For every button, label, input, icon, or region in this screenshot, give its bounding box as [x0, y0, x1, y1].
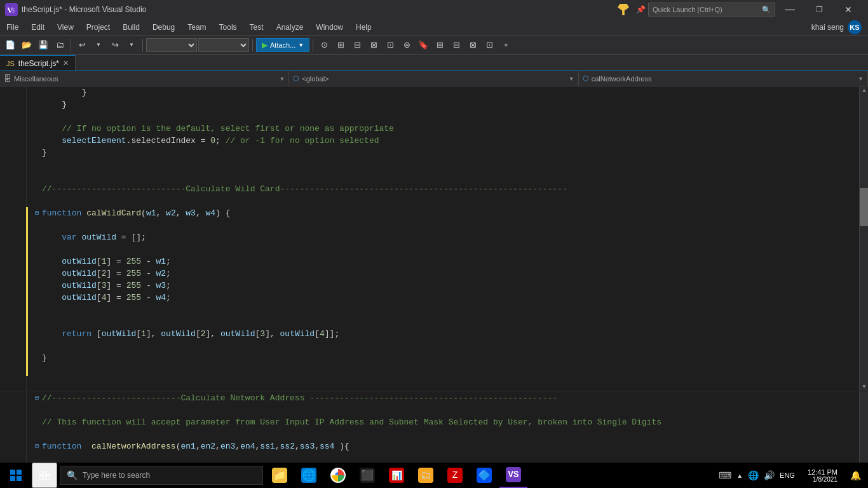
new-file-button[interactable]: 📄 — [3, 37, 18, 53]
tab-script[interactable]: JS theScript.js* ✕ — [0, 55, 76, 71]
debug-toolbar-3[interactable]: ⊟ — [349, 37, 365, 53]
taskbar-app-explorer[interactable]: 📁 — [266, 463, 294, 488]
menu-item-tools[interactable]: Tools — [213, 19, 243, 35]
taskbar-app-red[interactable]: 📊 — [383, 463, 410, 488]
debug-toolbar-10[interactable]: ⊠ — [465, 37, 480, 53]
keyboard-icon[interactable]: ⌨ — [719, 470, 731, 480]
restore-button[interactable]: ❒ — [804, 0, 834, 19]
nav-function[interactable]: ⬡ calNetworkAddress ▼ — [579, 71, 868, 86]
menu-item-window[interactable]: Window — [309, 19, 349, 35]
code-line: ⊟ function calNetworkAddress(en1,en2,en3… — [32, 440, 859, 452]
platform-selector[interactable] — [198, 38, 249, 52]
svg-text:S: S — [11, 7, 15, 14]
windows-logo-icon — [10, 470, 22, 481]
user-profile[interactable]: khai seng KS — [805, 20, 868, 34]
taskbar-apps: 📁 🌐 ⬛ 📊 🗂 — [266, 463, 527, 488]
taskbar-app-vs[interactable]: VS — [499, 463, 527, 488]
taskbar-app-files[interactable]: 🗂 — [412, 463, 440, 488]
redo-dropdown[interactable]: ▼ — [124, 37, 139, 53]
svg-rect-7 — [39, 471, 43, 475]
taskbar-search[interactable]: 🔍 Type here to search — [60, 466, 263, 485]
debug-toolbar-8[interactable]: ⊞ — [432, 37, 447, 53]
chrome-icon — [330, 468, 346, 483]
debug-toolbar-4[interactable]: ⊠ — [366, 37, 381, 53]
taskbar-app-edge[interactable]: 🌐 — [295, 463, 323, 488]
edge-icon: 🌐 — [301, 468, 316, 483]
code-line — [32, 376, 859, 388]
debug-toolbar-11[interactable]: ⊡ — [482, 37, 497, 53]
code-line — [32, 340, 859, 352]
code-line — [32, 316, 859, 328]
undo-dropdown[interactable]: ▼ — [91, 37, 106, 53]
save-button[interactable]: 💾 — [36, 37, 51, 53]
clock[interactable]: 12:41 PM 1/8/2021 — [803, 468, 843, 483]
scroll-up-arrow[interactable]: ▲ — [860, 86, 868, 95]
pin-button[interactable]: 📌 — [633, 2, 648, 17]
tab-close-button[interactable]: ✕ — [63, 59, 69, 67]
menu-item-file[interactable]: File — [0, 19, 25, 35]
debug-toolbar-1[interactable]: ⊙ — [316, 37, 332, 53]
network-icon[interactable]: 🌐 — [748, 470, 759, 480]
code-line: } — [32, 147, 859, 159]
undo-button[interactable]: ↩ — [74, 37, 90, 53]
code-line — [32, 243, 859, 255]
menu-item-test[interactable]: Test — [243, 19, 270, 35]
code-line — [32, 428, 859, 440]
minimize-button[interactable]: — — [775, 0, 804, 19]
taskview-button[interactable] — [32, 463, 57, 488]
menu-item-analyze[interactable]: Analyze — [270, 19, 310, 35]
vertical-scrollbar[interactable]: ▲ ▼ — [859, 86, 868, 391]
explorer-icon: 📁 — [272, 468, 287, 483]
tray-up-icon[interactable]: ▲ — [736, 472, 743, 479]
menu-item-build[interactable]: Build — [116, 19, 146, 35]
volume-icon[interactable]: 🔊 — [764, 470, 775, 480]
vertical-scroll-thumb[interactable] — [860, 188, 868, 226]
title-text: theScript.js* - Microsoft Visual Studio — [22, 5, 618, 14]
debug-toolbar-5[interactable]: ⊡ — [383, 37, 398, 53]
title-bar: V S theScript.js* - Microsoft Visual Stu… — [0, 0, 868, 19]
play-icon: ▶ — [262, 41, 268, 50]
code-lower-content[interactable]: ⊟ //--------------------------Calculate … — [27, 392, 859, 464]
debug-toolbar-7[interactable]: 🔖 — [416, 37, 431, 53]
nav-misc-arrow: ▼ — [279, 76, 285, 82]
taskbar-app-chrome[interactable] — [324, 463, 352, 488]
notification-button[interactable]: 🔔 — [845, 463, 865, 488]
taskbar-app-ftp[interactable]: Z — [441, 463, 469, 488]
toolbar: 📄 📂 💾 🗂 ↩ ▼ ↪ ▼ ▶ Attach... ▼ ⊙ ⊞ ⊟ ⊠ ⊡ … — [0, 36, 868, 55]
taskbar-app-blue[interactable]: 🔷 — [470, 463, 498, 488]
tab-label: theScript.js* — [18, 59, 59, 68]
code-line: ⊟ //--------------------------Calculate … — [32, 392, 859, 404]
start-button[interactable] — [0, 463, 32, 488]
code-line: } — [32, 98, 859, 111]
debug-toolbar-6[interactable]: ⊛ — [399, 37, 414, 53]
redo-button[interactable]: ↪ — [107, 37, 123, 53]
save-all-button[interactable]: 🗂 — [52, 37, 67, 53]
attach-button[interactable]: ▶ Attach... ▼ — [256, 38, 309, 52]
user-name: khai seng — [811, 23, 844, 32]
close-button[interactable]: ✕ — [834, 0, 863, 19]
nav-miscellaneous[interactable]: 🗄 Miscellaneous ▼ — [0, 71, 289, 86]
code-line: selectElement.selectedIndex = 0; // or -… — [32, 135, 859, 147]
nav-global[interactable]: ⬡ <global> ▼ — [289, 71, 578, 86]
menu-item-view[interactable]: View — [51, 19, 80, 35]
search-icon: 🔍 — [762, 6, 771, 14]
toolbar-more[interactable]: » — [498, 37, 513, 53]
target-selector[interactable] — [146, 38, 197, 52]
language-text[interactable]: ENG — [780, 471, 795, 479]
taskbar-app-terminal[interactable]: ⬛ — [353, 463, 381, 488]
menu-item-debug[interactable]: Debug — [146, 19, 181, 35]
scroll-down-arrow[interactable]: ▼ — [860, 383, 868, 391]
svg-rect-6 — [17, 476, 22, 481]
code-line — [32, 171, 859, 183]
menu-item-help[interactable]: Help — [349, 19, 378, 35]
open-file-button[interactable]: 📂 — [19, 37, 34, 53]
debug-toolbar-2[interactable]: ⊞ — [333, 37, 348, 53]
red-app-icon: 📊 — [389, 468, 404, 483]
code-content[interactable]: } } // If no option is the default, sele… — [27, 86, 859, 391]
menu-item-project[interactable]: Project — [80, 19, 116, 35]
menu-item-edit[interactable]: Edit — [25, 19, 51, 35]
files-icon: 🗂 — [418, 468, 433, 483]
menu-item-team[interactable]: Team — [181, 19, 212, 35]
quick-launch-container: Quick Launch (Ctrl+Q) 🔍 — [648, 3, 775, 17]
debug-toolbar-9[interactable]: ⊟ — [449, 37, 464, 53]
